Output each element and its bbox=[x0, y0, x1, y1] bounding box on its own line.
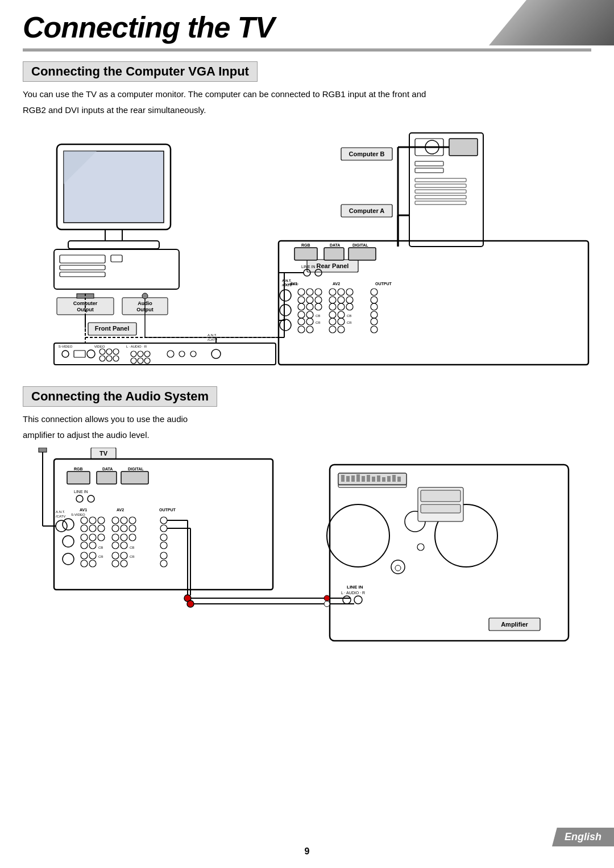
svg-rect-75 bbox=[294, 248, 317, 260]
svg-point-120 bbox=[306, 318, 313, 325]
svg-rect-221 bbox=[346, 476, 350, 482]
svg-point-188 bbox=[81, 560, 88, 567]
svg-point-89 bbox=[298, 289, 305, 295]
page-header: Connecting the TV bbox=[0, 0, 614, 51]
svg-rect-225 bbox=[367, 475, 370, 482]
svg-point-122 bbox=[298, 326, 305, 333]
svg-point-49 bbox=[190, 351, 196, 357]
svg-rect-220 bbox=[341, 475, 345, 482]
svg-text:A.N.T.: A.N.T. bbox=[208, 333, 217, 337]
svg-point-149 bbox=[56, 520, 67, 532]
svg-point-176 bbox=[112, 534, 119, 541]
svg-text:/CATV: /CATV bbox=[56, 515, 65, 518]
svg-text:DATA: DATA bbox=[330, 243, 340, 247]
svg-text:DIGITAL: DIGITAL bbox=[352, 243, 368, 247]
svg-point-110 bbox=[329, 303, 336, 310]
svg-text:RGB: RGB bbox=[301, 243, 310, 247]
svg-rect-2 bbox=[105, 229, 122, 241]
svg-text:DIGITAL: DIGITAL bbox=[128, 467, 144, 471]
svg-point-114 bbox=[338, 311, 345, 318]
svg-point-28 bbox=[99, 349, 105, 354]
svg-point-93 bbox=[306, 297, 313, 303]
svg-rect-229 bbox=[387, 476, 391, 482]
svg-rect-26 bbox=[74, 350, 85, 357]
svg-point-117 bbox=[371, 311, 377, 318]
svg-text:A.N.T.: A.N.T. bbox=[56, 510, 65, 514]
svg-point-123 bbox=[306, 326, 313, 333]
svg-point-168 bbox=[160, 525, 167, 532]
svg-rect-7 bbox=[60, 265, 105, 270]
svg-text:CR: CR bbox=[98, 555, 103, 558]
svg-text:S-VIDEO: S-VIDEO bbox=[59, 345, 73, 348]
svg-rect-226 bbox=[372, 477, 375, 482]
svg-point-91 bbox=[315, 289, 322, 295]
svg-point-101 bbox=[371, 289, 377, 295]
svg-point-191 bbox=[121, 552, 127, 559]
svg-point-99 bbox=[338, 297, 345, 303]
section1-header: Connecting the Computer VGA Input bbox=[23, 61, 258, 82]
svg-point-100 bbox=[346, 297, 353, 303]
svg-point-182 bbox=[160, 534, 167, 541]
svg-rect-142 bbox=[97, 471, 117, 484]
svg-text:S-VIDEO: S-VIDEO bbox=[71, 513, 85, 516]
svg-text:Computer B: Computer B bbox=[349, 151, 385, 157]
svg-text:CB: CB bbox=[130, 546, 134, 549]
svg-point-125 bbox=[338, 318, 345, 325]
svg-point-119 bbox=[298, 318, 305, 325]
svg-text:A.N.T.: A.N.T. bbox=[282, 279, 292, 282]
svg-point-190 bbox=[112, 552, 119, 559]
svg-rect-77 bbox=[349, 248, 376, 260]
svg-point-213 bbox=[327, 504, 389, 567]
svg-point-155 bbox=[81, 517, 88, 524]
svg-rect-222 bbox=[351, 475, 355, 482]
svg-text:L · AUDIO · R: L · AUDIO · R bbox=[126, 345, 147, 348]
svg-point-161 bbox=[112, 517, 119, 524]
svg-point-96 bbox=[338, 289, 345, 295]
svg-text:CR: CR bbox=[316, 321, 321, 324]
svg-point-48 bbox=[179, 351, 185, 357]
svg-point-42 bbox=[144, 358, 150, 364]
svg-point-30 bbox=[113, 349, 119, 354]
page-title: Connecting the TV bbox=[23, 10, 591, 44]
svg-point-47 bbox=[167, 350, 174, 357]
audio-section: Connecting the Audio System This connect… bbox=[23, 376, 591, 658]
svg-text:VIDEO: VIDEO bbox=[94, 345, 105, 348]
svg-point-37 bbox=[131, 351, 136, 357]
vga-diagram-svg: Computer Output Audio Output Front Panel bbox=[23, 127, 591, 366]
svg-point-189 bbox=[89, 560, 96, 567]
svg-point-29 bbox=[106, 349, 112, 354]
svg-text:/CATV: /CATV bbox=[208, 338, 217, 341]
svg-point-113 bbox=[329, 311, 336, 318]
svg-point-166 bbox=[129, 525, 136, 532]
svg-point-112 bbox=[346, 303, 353, 310]
svg-point-244 bbox=[324, 601, 330, 607]
svg-point-41 bbox=[138, 358, 143, 364]
svg-point-162 bbox=[121, 517, 127, 524]
svg-point-92 bbox=[298, 297, 305, 303]
svg-text:CB: CB bbox=[98, 546, 103, 549]
svg-point-183 bbox=[160, 542, 167, 549]
svg-point-145 bbox=[76, 495, 83, 502]
svg-point-95 bbox=[329, 289, 336, 295]
svg-text:AV2: AV2 bbox=[117, 508, 124, 512]
svg-point-39 bbox=[144, 351, 150, 357]
svg-point-130 bbox=[371, 326, 377, 333]
svg-point-103 bbox=[280, 304, 291, 316]
svg-point-193 bbox=[112, 560, 119, 567]
svg-point-180 bbox=[121, 542, 127, 549]
svg-rect-76 bbox=[324, 248, 344, 260]
svg-point-177 bbox=[121, 534, 127, 541]
svg-rect-61 bbox=[415, 168, 443, 173]
title-rule bbox=[23, 49, 591, 51]
section1-body1: You can use the TV as a computer monitor… bbox=[23, 87, 591, 101]
svg-rect-9 bbox=[111, 255, 122, 262]
svg-point-40 bbox=[131, 358, 136, 364]
svg-rect-62 bbox=[415, 178, 466, 182]
svg-rect-228 bbox=[382, 477, 385, 482]
svg-point-171 bbox=[89, 534, 96, 541]
svg-point-159 bbox=[89, 525, 96, 532]
svg-point-178 bbox=[129, 534, 136, 541]
svg-text:Front Panel: Front Panel bbox=[95, 325, 130, 332]
svg-point-124 bbox=[329, 318, 336, 325]
svg-text:LINE IN: LINE IN bbox=[347, 585, 363, 590]
